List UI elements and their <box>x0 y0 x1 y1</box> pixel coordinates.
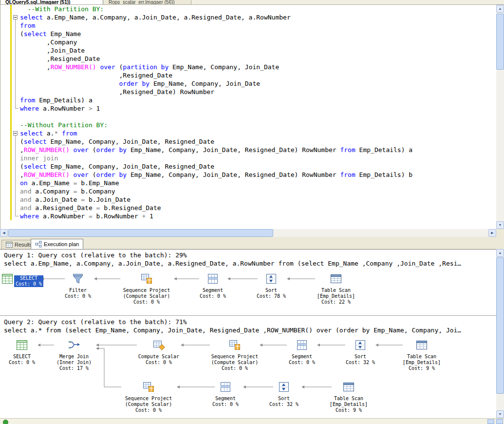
code-line[interactable]: ,Resigned_Date <box>20 71 412 79</box>
code-line[interactable]: and a.Resigned_Date = b.Resigned_Date <box>20 204 412 212</box>
sql-token: a.Company <box>31 188 73 195</box>
plan-node-sequence-project[interactable]: Sequence Project(Compute Scalar)Cost: 0 … <box>203 338 266 371</box>
code-line[interactable]: and a.Company = b.Company <box>20 187 412 195</box>
plan-node-sequence-project[interactable]: Sequence Project(Compute Scalar)Cost: 0 … <box>115 272 178 305</box>
sql-editor[interactable]: --With Partition BY:select a.Emp_Name, a… <box>0 5 496 229</box>
plan-node-merge-join[interactable]: Merge Join(Inner Join)Cost: 17 % <box>42 338 106 371</box>
code-line[interactable]: select a.Emp_Name, a.Company, a.Join_Dat… <box>20 13 412 21</box>
code-line[interactable]: on a.Emp_Name = b.Emp_Name <box>20 179 412 187</box>
execution-plan-panel: Query 1: Query cost (relative to the bat… <box>0 249 496 418</box>
code-line[interactable]: inner join <box>20 154 412 162</box>
plan-node-label: Table Scan[Emp_Details]Cost: 9 % <box>317 396 380 413</box>
tab-execution-plan[interactable]: Execution plan <box>31 239 83 249</box>
code-line[interactable]: ,Resigned_Date) RowNumber <box>20 88 412 96</box>
table-scan-icon <box>329 272 343 286</box>
plan-vscroll-thumb[interactable] <box>496 257 504 394</box>
plan-node-sort[interactable]: SortCost: 78 % <box>240 272 303 299</box>
scroll-down-button[interactable]: ▼ <box>496 410 504 418</box>
plan-node-segment[interactable]: SegmentCost: 0 % <box>270 338 334 366</box>
plan-node-segment[interactable]: SegmentCost: 0 % <box>181 272 244 299</box>
query2-cost-header: Query 2: Query cost (relative to the bat… <box>4 318 187 326</box>
code-line[interactable]: (select Emp_Name <box>20 30 412 38</box>
plan-node-table-scan[interactable]: Table Scan[Emp_Details]Cost: 9 % <box>317 380 380 413</box>
sql-token: ,Resigned_Date <box>20 55 100 62</box>
sql-token: select <box>24 30 47 38</box>
doc-tab-sqlquery5[interactable]: QLQuery5.sql..lmagaer (51)) <box>0 0 103 5</box>
sort-icon <box>354 338 367 352</box>
scroll-left-button[interactable]: ◀ <box>0 229 8 237</box>
code-line[interactable]: (select Emp_Name, Company, Join_Date, Re… <box>20 162 412 171</box>
fold-collapse-box[interactable] <box>13 131 18 135</box>
editor-vscroll-thumb[interactable] <box>496 14 504 70</box>
code-line[interactable]: ,Resigned_Date <box>20 55 412 63</box>
status-scroll-fragment <box>487 419 494 424</box>
code-line[interactable]: select a.* from <box>20 129 412 137</box>
document-tab-bar: QLQuery5.sql..lmagaer (51)) Rops_scalar_… <box>0 0 504 5</box>
sql-token: ,Resigned_Date) RowNumber <box>20 88 214 96</box>
code-line[interactable]: (select Emp_Name, Company, Join_Date, Re… <box>20 137 412 146</box>
segment-icon <box>206 272 220 286</box>
plan-node-label: SortCost: 78 % <box>240 288 303 299</box>
plan-node-table-scan[interactable]: Table Scan[Emp_Details]Cost: 22 % <box>304 272 368 305</box>
scroll-up-button[interactable]: ▲ <box>496 249 504 257</box>
code-line[interactable]: where a.RowNumber > 1 <box>20 104 412 113</box>
sql-token: --With Partition BY: <box>20 5 104 13</box>
plan-node-table-scan[interactable]: Table Scan[Emp_Details]Cost: 9 % <box>390 338 453 371</box>
plan-node-compute-scalar[interactable]: Compute ScalarCost: 0 % <box>127 338 190 366</box>
plan-node-label: Table Scan[Emp_Details]Cost: 9 % <box>390 354 453 371</box>
plan-node-segment[interactable]: SegmentCost: 0 % <box>194 380 257 407</box>
code-line[interactable]: ,ROW_NUMBER() over (partition by Emp_Nam… <box>20 63 412 71</box>
sql-token: Emp_Name, Company, Join_Date, Resigned_D… <box>127 146 340 154</box>
editor-hscroll-thumb[interactable] <box>8 229 273 237</box>
sql-token: b.Resigned_Date <box>100 204 161 212</box>
plan-node-sort[interactable]: SortCost: 32 % <box>329 338 392 366</box>
plan-vertical-scrollbar[interactable]: ▲ ▼ <box>496 249 504 418</box>
sql-token <box>70 171 74 178</box>
code-line[interactable]: ,ROW_NUMBER() over (order by Emp_Name, C… <box>20 146 412 154</box>
sql-token: , <box>20 171 24 178</box>
merge-join-icon <box>67 338 81 352</box>
sql-token: Emp_Details) a <box>355 146 412 154</box>
code-line[interactable]: --Without Partition BY: <box>20 121 412 129</box>
sql-token: , <box>20 146 24 154</box>
plan-node-sort[interactable]: SortCost: 32 % <box>252 380 316 407</box>
sql-token: a.Join_Date <box>31 196 81 203</box>
code-line[interactable]: --With Partition BY: <box>20 5 412 13</box>
scroll-up-button[interactable]: ▲ <box>496 5 504 13</box>
code-line[interactable]: ,Join_Date <box>20 46 412 55</box>
code-line[interactable]: and a.Join_Date = b.Join_Date <box>20 195 412 204</box>
fold-collapse-box[interactable] <box>13 15 18 19</box>
scroll-right-button[interactable]: ▶ <box>488 229 496 237</box>
sql-token: ROW_NUMBER() <box>24 171 70 178</box>
sql-token: = <box>89 212 93 220</box>
sql-token: ( <box>89 171 96 178</box>
code-line[interactable] <box>20 113 412 121</box>
plan-node-label: SegmentCost: 0 % <box>194 396 257 407</box>
sql-code[interactable]: --With Partition BY:select a.Emp_Name, a… <box>20 5 412 220</box>
editor-vertical-scrollbar[interactable]: ▲ ▼ <box>496 5 504 229</box>
sql-token: b.RowNumber <box>93 212 142 220</box>
code-line[interactable]: from Emp_Details) a <box>20 96 412 104</box>
sql-token: Emp_Name, Company, Join_Date, Resigned_D… <box>47 138 214 145</box>
sql-token: b.Emp_Name <box>77 179 119 187</box>
sql-token: ROW_NUMBER() <box>24 146 70 154</box>
sql-token: ( <box>115 63 123 71</box>
plan-node-select[interactable]: SELECTCost: 0 % <box>0 272 54 287</box>
doc-tab-rops-scalar[interactable]: Rops_scalar_err.lmagaer (56)) <box>104 0 191 5</box>
editor-horizontal-scrollbar[interactable]: ◀ ▶ <box>0 229 496 237</box>
fold-region-end <box>15 216 19 216</box>
segment-icon <box>295 338 309 352</box>
code-line[interactable]: ,Company <box>20 38 412 46</box>
plan-node-filter[interactable]: FilterCost: 0 % <box>46 272 110 299</box>
sql-token: a.RowNumber <box>39 105 89 112</box>
code-line[interactable]: where a.RowNumber = b.RowNumber + 1 <box>20 212 412 220</box>
code-line[interactable]: ,ROW_NUMBER() over (order by Emp_Name, C… <box>20 171 412 179</box>
sql-token: b.Join_Date <box>85 196 131 203</box>
code-line[interactable]: order by Emp_Name, Company, Join_Date <box>20 79 412 88</box>
sql-token: Emp_Name <box>47 30 81 38</box>
plan-node-sequence-project[interactable]: Sequence Project(Compute Scalar)Cost: 0 … <box>117 380 180 413</box>
code-line[interactable]: from <box>20 21 412 30</box>
scroll-down-button[interactable]: ▼ <box>496 221 504 229</box>
results-tab-bar: Results Execution plan <box>0 239 504 249</box>
plan-node-label: Sequence Project(Compute Scalar)Cost: 0 … <box>115 288 178 305</box>
